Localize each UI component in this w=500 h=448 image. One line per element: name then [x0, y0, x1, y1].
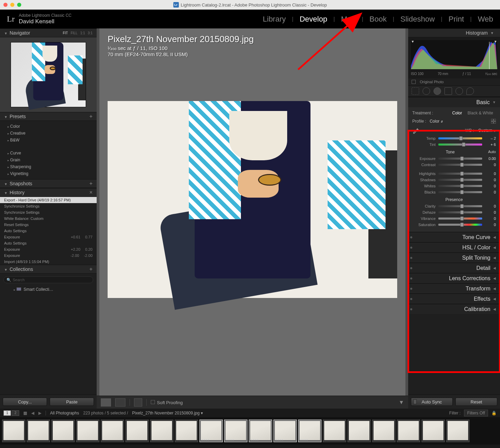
- treatment-color[interactable]: Color: [450, 110, 465, 116]
- preset-group[interactable]: B&W: [0, 137, 97, 144]
- slider-vibrance[interactable]: Vibrance0: [412, 215, 496, 222]
- preset-group[interactable]: Vignetting: [0, 170, 97, 177]
- filmstrip-thumb[interactable]: [347, 420, 371, 442]
- filmstrip-thumb[interactable]: [51, 420, 75, 442]
- slider-whites[interactable]: Whites0: [412, 183, 496, 189]
- adjustment-brush-icon[interactable]: [466, 87, 474, 95]
- history-header[interactable]: ▼History ×: [0, 188, 97, 197]
- filmstrip-thumb[interactable]: [372, 420, 395, 442]
- histogram-header[interactable]: Histogram▼: [408, 28, 500, 37]
- zoom-window-icon[interactable]: [17, 3, 21, 7]
- profile-browser-icon[interactable]: [491, 119, 496, 124]
- history-step[interactable]: Exposure+2.200.20: [0, 246, 97, 252]
- redeye-tool-icon[interactable]: [434, 87, 441, 95]
- filmstrip-thumb[interactable]: [150, 420, 173, 442]
- preset-group[interactable]: Color: [0, 123, 97, 130]
- profile-dropdown[interactable]: Color ⇵: [430, 119, 443, 124]
- basic-panel-header[interactable]: Basic▼: [408, 97, 500, 107]
- collections-search[interactable]: 🔍 Search: [3, 276, 93, 283]
- history-step[interactable]: Reset Settings: [0, 222, 97, 228]
- panel-split-toning[interactable]: Split Toning◀: [408, 252, 500, 263]
- slider-highlights[interactable]: Highlights0: [412, 171, 496, 177]
- filmstrip-thumb[interactable]: [175, 420, 198, 442]
- zoom-1:1[interactable]: 1:1: [80, 31, 85, 35]
- history-step[interactable]: Auto Settings: [0, 240, 97, 246]
- panel-hsl---color[interactable]: HSL / Color◀: [408, 242, 500, 252]
- module-book[interactable]: Book: [369, 15, 387, 24]
- filmstrip-thumb[interactable]: [27, 420, 50, 442]
- source-folder[interactable]: All Photographs: [50, 411, 79, 415]
- history-step[interactable]: Export - Hard Drive (4/8/19 2:16:57 PM): [0, 197, 97, 203]
- auto-sync-button[interactable]: Auto Sync: [411, 398, 453, 406]
- image-canvas[interactable]: Pixelz_27th November 20150809.jpg ¹⁄₂₀₀ …: [99, 28, 405, 396]
- crop-tool-icon[interactable]: [412, 87, 419, 95]
- filmstrip-thumb[interactable]: [2, 420, 25, 442]
- histogram-display[interactable]: ISO 100 70 mm ƒ / 11 ¹⁄₂₀₀ sec: [408, 37, 500, 78]
- wb-dropdown[interactable]: Custom ⇵: [478, 128, 496, 133]
- filmstrip-thumb[interactable]: [125, 420, 149, 442]
- history-step[interactable]: Exposure+0.610.77: [0, 234, 97, 240]
- navigator-preview[interactable]: [0, 37, 97, 112]
- filmstrip-thumb[interactable]: [446, 420, 469, 442]
- module-map[interactable]: Map: [341, 15, 356, 24]
- slider-exposure[interactable]: Exposure0.00: [412, 155, 496, 162]
- toolbar-menu-icon[interactable]: ▼: [399, 399, 404, 406]
- preset-group[interactable]: Curve: [0, 150, 97, 157]
- filter-lock-icon[interactable]: 🔒: [491, 411, 497, 415]
- swap-icon[interactable]: [134, 398, 142, 407]
- clear-history-icon[interactable]: ×: [89, 189, 93, 196]
- filmstrip-thumb[interactable]: ★★★★: [224, 420, 247, 442]
- reset-button[interactable]: Reset: [455, 398, 497, 406]
- filmstrip-thumb[interactable]: [76, 420, 99, 442]
- presets-header[interactable]: ▼Presets +: [0, 112, 97, 121]
- filter-dropdown[interactable]: Filters Off: [464, 410, 488, 416]
- filmstrip-thumb[interactable]: ★★★★: [273, 420, 297, 442]
- smart-collections[interactable]: Smart Collecti…: [0, 286, 97, 293]
- filmstrip[interactable]: ★★★★★★★★★★★★★★★★★★★★: [0, 417, 500, 445]
- slider-blacks[interactable]: Blacks0: [412, 189, 496, 195]
- collections-header[interactable]: ▼Collections +: [0, 265, 97, 274]
- slider-temp[interactable]: Temp– 2: [412, 135, 496, 141]
- history-step[interactable]: Import (4/8/19 1:15:04 PM): [0, 259, 97, 265]
- zoom-fill[interactable]: FILL: [71, 31, 77, 35]
- preset-group[interactable]: Grain: [0, 157, 97, 163]
- history-step[interactable]: White Balance: Custom: [0, 215, 97, 222]
- graduated-filter-icon[interactable]: [444, 87, 452, 95]
- grid-icon[interactable]: ▦: [23, 411, 27, 415]
- spot-removal-icon[interactable]: [423, 87, 430, 95]
- wb-eyedropper-icon[interactable]: [412, 127, 419, 134]
- prev-photo-icon[interactable]: ◀: [31, 411, 34, 415]
- paste-button[interactable]: Paste: [50, 398, 94, 406]
- close-window-icon[interactable]: [3, 3, 8, 7]
- module-library[interactable]: Library: [263, 15, 286, 24]
- snapshots-header[interactable]: ▼Snapshots +: [0, 179, 97, 188]
- module-develop[interactable]: Develop: [300, 15, 327, 24]
- module-print[interactable]: Print: [449, 15, 464, 24]
- panel-effects[interactable]: Effects◀: [408, 294, 500, 304]
- panel-detail[interactable]: Detail◀: [408, 263, 500, 273]
- filmstrip-thumb[interactable]: ★★★★: [298, 420, 321, 442]
- history-step[interactable]: Auto Settings: [0, 228, 97, 234]
- slider-saturation[interactable]: Saturation0: [412, 222, 496, 228]
- slider-shadows[interactable]: Shadows0: [412, 177, 496, 183]
- panel-calibration[interactable]: Calibration◀: [408, 304, 500, 314]
- copy-button[interactable]: Copy...: [3, 398, 47, 406]
- add-preset-icon[interactable]: +: [89, 113, 93, 120]
- add-collection-icon[interactable]: +: [89, 266, 93, 272]
- slider-clarity[interactable]: Clarity0: [412, 203, 496, 209]
- navigator-header[interactable]: ▼Navigator FITFILL1:13:1: [0, 28, 97, 37]
- current-file[interactable]: Pixelz_27th November 20150809.jpg ▾: [132, 411, 203, 415]
- soft-proofing-toggle[interactable]: Soft Proofing: [151, 399, 183, 406]
- panel-lens-corrections[interactable]: Lens Corrections◀: [408, 273, 500, 283]
- filmstrip-thumb[interactable]: ★★★★: [249, 420, 272, 442]
- zoom-fit[interactable]: FIT: [63, 31, 68, 35]
- slider-tint[interactable]: Tint+ 6: [412, 141, 496, 148]
- panel-tone-curve[interactable]: Tone Curve◀: [408, 232, 500, 242]
- module-web[interactable]: Web: [478, 15, 493, 24]
- panel-transform[interactable]: Transform◀: [408, 283, 500, 294]
- history-step[interactable]: Synchronize Settings: [0, 209, 97, 215]
- filmstrip-thumb[interactable]: ★★★★: [199, 420, 223, 442]
- history-step[interactable]: Synchronize Settings: [0, 203, 97, 209]
- loupe-view-icon[interactable]: [101, 398, 111, 407]
- slider-contrast[interactable]: Contrast0: [412, 162, 496, 168]
